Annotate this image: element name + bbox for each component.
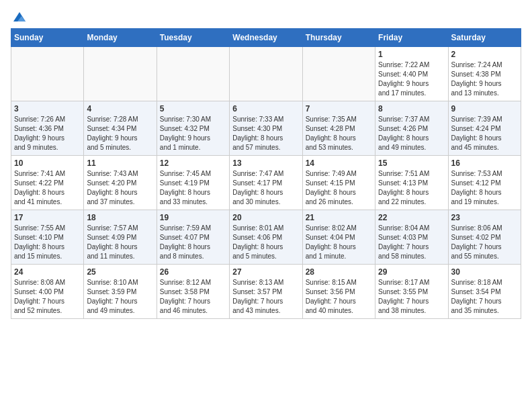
day-info: Sunrise: 8:18 AM Sunset: 3:54 PM Dayligh… <box>451 278 518 316</box>
day-cell: 13Sunrise: 7:47 AM Sunset: 4:17 PM Dayli… <box>230 156 302 210</box>
day-info: Sunrise: 7:47 AM Sunset: 4:17 PM Dayligh… <box>232 169 299 207</box>
day-cell: 1Sunrise: 7:22 AM Sunset: 4:40 PM Daylig… <box>375 47 448 101</box>
day-number: 14 <box>306 158 372 168</box>
day-number: 19 <box>160 213 226 222</box>
day-cell: 29Sunrise: 8:17 AM Sunset: 3:55 PM Dayli… <box>375 265 448 319</box>
day-info: Sunrise: 8:04 AM Sunset: 4:03 PM Dayligh… <box>378 224 445 261</box>
day-number: 20 <box>232 213 299 222</box>
day-info: Sunrise: 8:02 AM Sunset: 4:04 PM Dayligh… <box>306 224 372 261</box>
day-info: Sunrise: 7:57 AM Sunset: 4:09 PM Dayligh… <box>87 224 153 261</box>
day-info: Sunrise: 8:01 AM Sunset: 4:06 PM Dayligh… <box>232 224 299 261</box>
day-cell: 16Sunrise: 7:53 AM Sunset: 4:12 PM Dayli… <box>448 156 521 210</box>
day-cell: 21Sunrise: 8:02 AM Sunset: 4:04 PM Dayli… <box>302 210 375 265</box>
day-cell <box>230 47 302 101</box>
day-info: Sunrise: 7:35 AM Sunset: 4:28 PM Dayligh… <box>306 115 372 152</box>
day-info: Sunrise: 7:30 AM Sunset: 4:32 PM Dayligh… <box>160 115 226 152</box>
day-cell: 27Sunrise: 8:13 AM Sunset: 3:57 PM Dayli… <box>230 265 302 319</box>
day-cell: 9Sunrise: 7:39 AM Sunset: 4:24 PM Daylig… <box>448 101 521 156</box>
day-number: 8 <box>378 104 445 113</box>
day-cell: 25Sunrise: 8:10 AM Sunset: 3:59 PM Dayli… <box>84 265 157 319</box>
day-number: 29 <box>378 267 445 277</box>
day-cell <box>84 47 157 101</box>
day-number: 1 <box>378 50 445 59</box>
day-number: 4 <box>87 104 153 113</box>
day-cell: 2Sunrise: 7:24 AM Sunset: 4:38 PM Daylig… <box>448 47 521 101</box>
day-info: Sunrise: 7:39 AM Sunset: 4:24 PM Dayligh… <box>451 115 518 152</box>
week-row-5: 24Sunrise: 8:08 AM Sunset: 4:00 PM Dayli… <box>11 265 521 319</box>
day-cell: 23Sunrise: 8:06 AM Sunset: 4:02 PM Dayli… <box>448 210 521 265</box>
day-number: 26 <box>160 267 226 277</box>
day-cell: 12Sunrise: 7:45 AM Sunset: 4:19 PM Dayli… <box>157 156 229 210</box>
day-number: 10 <box>14 158 81 168</box>
day-cell: 8Sunrise: 7:37 AM Sunset: 4:26 PM Daylig… <box>375 101 448 156</box>
day-cell: 17Sunrise: 7:55 AM Sunset: 4:10 PM Dayli… <box>11 210 84 265</box>
day-number: 18 <box>87 213 153 222</box>
day-info: Sunrise: 8:06 AM Sunset: 4:02 PM Dayligh… <box>451 224 518 261</box>
day-number: 5 <box>160 104 226 113</box>
day-number: 15 <box>378 158 445 168</box>
day-info: Sunrise: 8:12 AM Sunset: 3:58 PM Dayligh… <box>160 278 226 316</box>
logo <box>11 11 27 20</box>
day-cell: 10Sunrise: 7:41 AM Sunset: 4:22 PM Dayli… <box>11 156 84 210</box>
day-info: Sunrise: 7:41 AM Sunset: 4:22 PM Dayligh… <box>14 169 81 207</box>
day-cell <box>11 47 84 101</box>
day-cell: 18Sunrise: 7:57 AM Sunset: 4:09 PM Dayli… <box>84 210 157 265</box>
day-cell: 28Sunrise: 8:15 AM Sunset: 3:56 PM Dayli… <box>302 265 375 319</box>
day-info: Sunrise: 7:43 AM Sunset: 4:20 PM Dayligh… <box>87 169 153 207</box>
day-number: 24 <box>14 267 81 277</box>
calendar-table: SundayMondayTuesdayWednesdayThursdayFrid… <box>11 28 521 319</box>
column-header-saturday: Saturday <box>448 29 521 47</box>
day-cell: 5Sunrise: 7:30 AM Sunset: 4:32 PM Daylig… <box>157 101 229 156</box>
day-cell: 3Sunrise: 7:26 AM Sunset: 4:36 PM Daylig… <box>11 101 84 156</box>
day-cell: 20Sunrise: 8:01 AM Sunset: 4:06 PM Dayli… <box>230 210 302 265</box>
day-number: 28 <box>306 267 372 277</box>
day-cell: 11Sunrise: 7:43 AM Sunset: 4:20 PM Dayli… <box>84 156 157 210</box>
day-info: Sunrise: 7:51 AM Sunset: 4:13 PM Dayligh… <box>378 169 445 207</box>
day-number: 21 <box>306 213 372 222</box>
day-number: 9 <box>451 104 518 113</box>
day-number: 17 <box>14 213 81 222</box>
day-info: Sunrise: 7:22 AM Sunset: 4:40 PM Dayligh… <box>378 60 445 98</box>
day-info: Sunrise: 8:15 AM Sunset: 3:56 PM Dayligh… <box>306 278 372 316</box>
day-number: 27 <box>232 267 299 277</box>
week-row-3: 10Sunrise: 7:41 AM Sunset: 4:22 PM Dayli… <box>11 156 521 210</box>
day-cell: 22Sunrise: 8:04 AM Sunset: 4:03 PM Dayli… <box>375 210 448 265</box>
day-info: Sunrise: 7:28 AM Sunset: 4:34 PM Dayligh… <box>87 115 153 152</box>
day-number: 6 <box>232 104 299 113</box>
day-info: Sunrise: 7:26 AM Sunset: 4:36 PM Dayligh… <box>14 115 81 152</box>
page-header <box>11 11 521 20</box>
logo-icon <box>12 9 27 24</box>
day-info: Sunrise: 7:55 AM Sunset: 4:10 PM Dayligh… <box>14 224 81 261</box>
day-info: Sunrise: 7:45 AM Sunset: 4:19 PM Dayligh… <box>160 169 226 207</box>
column-header-tuesday: Tuesday <box>157 29 229 47</box>
day-cell: 7Sunrise: 7:35 AM Sunset: 4:28 PM Daylig… <box>302 101 375 156</box>
day-cell: 4Sunrise: 7:28 AM Sunset: 4:34 PM Daylig… <box>84 101 157 156</box>
day-number: 22 <box>378 213 445 222</box>
week-row-4: 17Sunrise: 7:55 AM Sunset: 4:10 PM Dayli… <box>11 210 521 265</box>
day-number: 3 <box>14 104 81 113</box>
column-header-thursday: Thursday <box>302 29 375 47</box>
day-cell: 30Sunrise: 8:18 AM Sunset: 3:54 PM Dayli… <box>448 265 521 319</box>
column-header-monday: Monday <box>84 29 157 47</box>
day-info: Sunrise: 8:08 AM Sunset: 4:00 PM Dayligh… <box>14 278 81 316</box>
day-number: 7 <box>306 104 372 113</box>
day-cell: 6Sunrise: 7:33 AM Sunset: 4:30 PM Daylig… <box>230 101 302 156</box>
day-number: 11 <box>87 158 153 168</box>
day-cell <box>302 47 375 101</box>
column-header-wednesday: Wednesday <box>230 29 302 47</box>
day-info: Sunrise: 7:33 AM Sunset: 4:30 PM Dayligh… <box>232 115 299 152</box>
week-row-2: 3Sunrise: 7:26 AM Sunset: 4:36 PM Daylig… <box>11 101 521 156</box>
day-number: 25 <box>87 267 153 277</box>
day-info: Sunrise: 7:49 AM Sunset: 4:15 PM Dayligh… <box>306 169 372 207</box>
column-header-friday: Friday <box>375 29 448 47</box>
day-cell: 14Sunrise: 7:49 AM Sunset: 4:15 PM Dayli… <box>302 156 375 210</box>
day-number: 13 <box>232 158 299 168</box>
day-number: 2 <box>451 50 518 59</box>
day-info: Sunrise: 7:37 AM Sunset: 4:26 PM Dayligh… <box>378 115 445 152</box>
day-info: Sunrise: 8:10 AM Sunset: 3:59 PM Dayligh… <box>87 278 153 316</box>
day-cell: 24Sunrise: 8:08 AM Sunset: 4:00 PM Dayli… <box>11 265 84 319</box>
calendar-header-row: SundayMondayTuesdayWednesdayThursdayFrid… <box>11 29 521 47</box>
day-cell: 19Sunrise: 7:59 AM Sunset: 4:07 PM Dayli… <box>157 210 229 265</box>
day-number: 23 <box>451 213 518 222</box>
day-number: 12 <box>160 158 226 168</box>
